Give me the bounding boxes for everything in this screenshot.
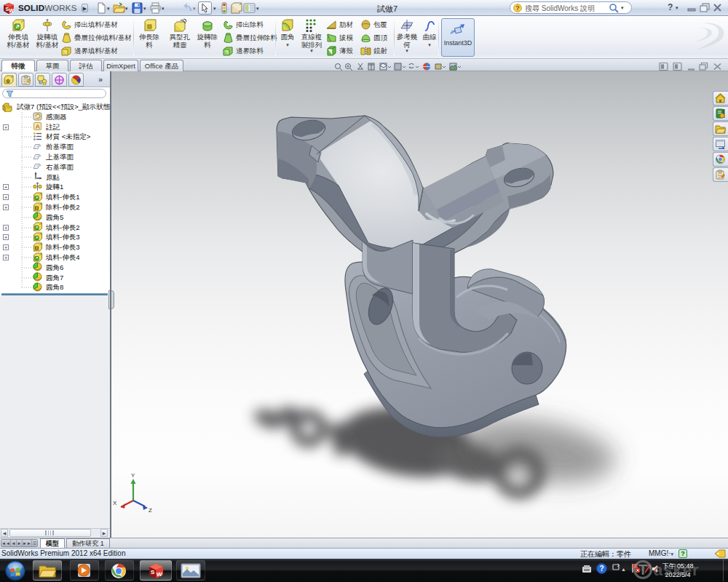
svg-text:A: A xyxy=(36,123,41,130)
svg-text:W: W xyxy=(157,571,162,578)
svg-text:?: ? xyxy=(515,4,520,12)
svg-text:?: ? xyxy=(600,565,604,573)
svg-text:W: W xyxy=(9,8,15,13)
svg-text:X: X xyxy=(113,500,117,506)
svg-text:Z: Z xyxy=(149,507,152,514)
svg-text:Y: Y xyxy=(131,472,135,479)
svg-text:⚙: ⚙ xyxy=(6,79,10,84)
svg-text:S: S xyxy=(151,569,155,575)
